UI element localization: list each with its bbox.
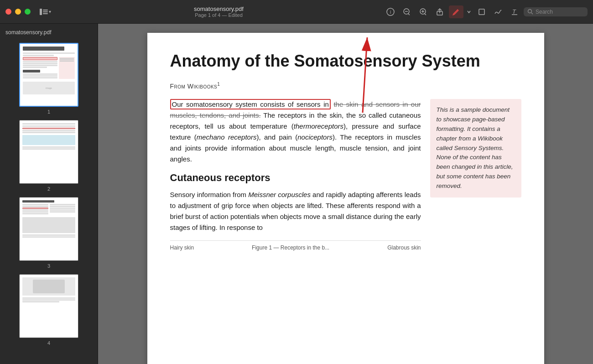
svg-point-18 <box>528 10 532 13</box>
cutaneous-paragraph: Sensory information from Meissner corpus… <box>170 189 421 233</box>
info-icon[interactable]: i <box>383 5 398 18</box>
signature-icon[interactable] <box>491 5 505 18</box>
svg-rect-15 <box>479 9 484 15</box>
page-title: Anatomy of the Somatosensory System <box>170 51 521 71</box>
svg-line-12 <box>425 14 426 15</box>
close-button[interactable] <box>5 9 11 15</box>
content-area: Anatomy of the Somatosensory System From… <box>98 24 593 364</box>
thumbnail-1[interactable]: image 1 <box>0 40 98 117</box>
fullscreen-button[interactable] <box>25 9 31 15</box>
svg-line-8 <box>408 14 410 15</box>
traffic-lights <box>5 9 31 15</box>
section-heading-cutaneous: Cutaneous receptors <box>170 172 421 184</box>
title-section: somatosensory.pdf Page 1 of 4 — Edited <box>54 5 383 18</box>
document-meta: Page 1 of 4 — Edited <box>195 12 243 18</box>
thumb-box-4 <box>19 274 78 338</box>
thumb-label-3: 3 <box>47 263 50 269</box>
crop-icon[interactable] <box>474 5 489 18</box>
bottom-right-label: Glabrous skin <box>387 244 421 251</box>
pencil-dropdown-icon[interactable] <box>465 5 473 18</box>
search-input[interactable] <box>536 9 581 15</box>
markup-icon[interactable]: T <box>507 5 522 18</box>
sidebar-filename: somatosensory.pdf <box>0 27 98 40</box>
svg-line-19 <box>531 13 533 14</box>
thumb-box-3 <box>19 197 78 261</box>
svg-rect-1 <box>43 10 48 10</box>
nociceptors-text: nociceptors <box>297 133 333 141</box>
svg-text:i: i <box>390 10 391 15</box>
from-wikibooks: From Wikibooks1 <box>170 82 521 90</box>
sidebar: somatosensory.pdf <box>0 24 98 364</box>
thumbnail-2[interactable]: 2 <box>0 117 98 194</box>
side-note: This is a sample document to showcase pa… <box>430 99 521 198</box>
thumb-label-4: 4 <box>47 340 50 346</box>
pencil-icon[interactable] <box>449 5 463 18</box>
search-icon <box>527 9 533 15</box>
document-title: somatosensory.pdf <box>194 5 244 12</box>
thumbnail-4[interactable]: 4 <box>0 271 98 348</box>
meissner-text: Meissner corpuscles <box>248 191 311 198</box>
main-layout: somatosensory.pdf <box>0 24 593 364</box>
highlighted-text: Our somatosensory system consists of sen… <box>170 99 331 109</box>
thumb-label-2: 2 <box>47 186 50 192</box>
search-box[interactable] <box>524 7 588 16</box>
zoom-in-icon[interactable] <box>416 5 431 18</box>
thumb-label-1: 1 <box>47 109 50 114</box>
main-text: Our somatosensory system consists of sen… <box>170 99 421 251</box>
intro-paragraph: Our somatosensory system consists of sen… <box>170 99 421 165</box>
svg-rect-0 <box>40 9 42 15</box>
svg-rect-3 <box>43 13 48 14</box>
thumb-box-2 <box>19 120 78 184</box>
thumbnail-3[interactable]: 3 <box>0 194 98 271</box>
pdf-page: Anatomy of the Somatosensory System From… <box>147 33 544 364</box>
zoom-out-icon[interactable] <box>400 5 414 18</box>
thermoreceptors-text: thermoreceptors <box>294 122 343 130</box>
bottom-center-label: Figure 1 — Receptors in the b... <box>252 244 329 251</box>
bottom-labels: Hairy skin Figure 1 — Receptors in the b… <box>170 240 421 251</box>
two-column-layout: Our somatosensory system consists of sen… <box>170 99 521 251</box>
toolbar-icons: i T <box>383 5 588 18</box>
mechanoreceptors-text: mechano receptors <box>197 133 257 141</box>
minimize-button[interactable] <box>15 9 21 15</box>
thumb-box-1: image <box>19 43 78 107</box>
sidebar-toggle-icon[interactable]: ▾ <box>38 5 52 18</box>
share-icon[interactable] <box>432 5 447 18</box>
svg-rect-2 <box>43 11 48 12</box>
svg-text:T: T <box>512 8 516 15</box>
titlebar: ▾ somatosensory.pdf Page 1 of 4 — Edited… <box>0 0 593 24</box>
bottom-left-label: Hairy skin <box>170 244 194 251</box>
